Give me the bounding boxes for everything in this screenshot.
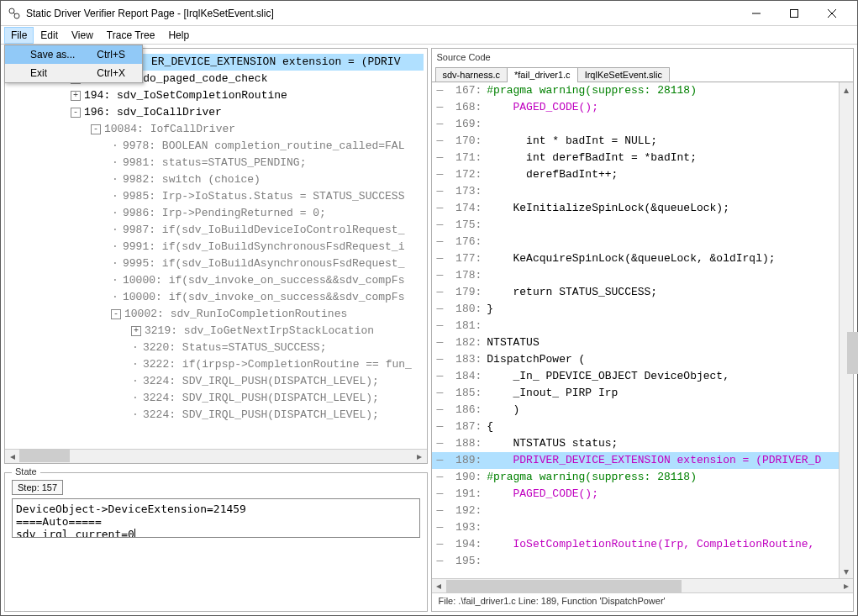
file-dropdown: Save as... Ctrl+S Exit Ctrl+X <box>4 45 143 83</box>
scroll-up-icon[interactable]: ▴ <box>840 82 854 97</box>
source-line[interactable]: —189: PDRIVER_DEVICE_EXTENSION extension… <box>432 452 840 469</box>
source-line[interactable]: —173: <box>432 183 840 200</box>
menu-edit[interactable]: Edit <box>34 27 65 44</box>
source-vscrollbar[interactable]: ▴ ▾ <box>839 82 853 578</box>
source-panel-title: Source Code <box>432 49 854 64</box>
menu-trace-tree[interactable]: Trace Tree <box>100 27 162 44</box>
source-line[interactable]: —182:NTSTATUS <box>432 334 840 351</box>
source-line[interactable]: —180:} <box>432 301 840 318</box>
menu-view[interactable]: View <box>65 27 100 44</box>
trace-line[interactable]: ·3222: if(irpsp->CompletionRoutine == fu… <box>8 356 424 373</box>
trace-line[interactable]: -10084: IofCallDriver <box>8 121 424 138</box>
trace-line[interactable]: ·9987: if(sdv_IoBuildDeviceIoControlRequ… <box>8 222 424 239</box>
gutter-dash-icon: — <box>437 166 444 183</box>
source-line[interactable]: —179: return STATUS_SUCCESS; <box>432 284 840 301</box>
source-line[interactable]: —194: IoSetCompletionRoutine(Irp, Comple… <box>432 536 840 553</box>
tab-fail-driver1[interactable]: *fail_driver1.c <box>507 67 578 82</box>
source-line[interactable]: —184: _In_ PDEVICE_OBJECT DeviceObject, <box>432 368 840 385</box>
source-line[interactable]: —170: int * badInt = NULL; <box>432 133 840 150</box>
tab-irqlkesetevent[interactable]: IrqlKeSetEvent.slic <box>577 67 670 82</box>
scroll-right-icon[interactable]: ▸ <box>413 449 427 463</box>
menu-exit-shortcut: Ctrl+X <box>97 67 125 79</box>
gutter-dash-icon: — <box>437 368 444 385</box>
trace-hscrollbar[interactable]: ◂ ▸ <box>5 449 427 463</box>
source-line[interactable]: —177: KeAcquireSpinLock(&queueLock, &old… <box>432 250 840 267</box>
tree-toggle-icon[interactable]: - <box>91 124 101 134</box>
gutter-dash-icon: — <box>437 284 444 301</box>
source-line[interactable]: —187:{ <box>432 419 840 435</box>
scroll-left-icon[interactable]: ◂ <box>432 579 446 593</box>
gutter-dash-icon: — <box>437 250 444 267</box>
source-line[interactable]: —176: <box>432 234 840 250</box>
trace-line[interactable]: +3219: sdv_IoGetNextIrpStackLocation <box>8 323 424 340</box>
tree-leaf-icon: · <box>111 188 119 205</box>
tree-toggle-icon[interactable]: - <box>71 108 81 118</box>
state-panel-title: State <box>12 466 40 476</box>
trace-line[interactable]: ·9981: status=STATUS_PENDING; <box>8 155 424 171</box>
source-line[interactable]: —181: <box>432 318 840 334</box>
gutter-dash-icon: — <box>437 452 444 469</box>
tree-toggle-icon[interactable]: - <box>111 309 121 319</box>
scroll-down-icon[interactable]: ▾ <box>840 564 854 578</box>
source-line[interactable]: —191: PAGED_CODE(); <box>432 486 840 503</box>
state-text[interactable]: DeviceObject->DeviceExtension=21459 ====… <box>12 498 420 539</box>
gutter-dash-icon: — <box>437 486 444 503</box>
trace-line[interactable]: ·9991: if(sdv_IoBuildSynchronousFsdReque… <box>8 239 424 255</box>
svg-rect-4 <box>790 9 797 17</box>
scroll-left-icon[interactable]: ◂ <box>5 449 19 463</box>
menu-file[interactable]: File <box>4 27 34 44</box>
source-line[interactable]: —192: <box>432 503 840 519</box>
source-line[interactable]: —172: derefBadInt++; <box>432 166 840 183</box>
source-line[interactable]: —167:#pragma warning(suppress: 28118) <box>432 82 840 99</box>
tree-toggle-icon[interactable]: + <box>131 326 141 336</box>
tab-sdv-harness[interactable]: sdv-harness.c <box>435 67 508 82</box>
trace-line[interactable]: ·10000: if(sdv_invoke_on_success&&sdv_co… <box>8 289 424 306</box>
trace-line[interactable]: ·9986: Irp->PendingReturned = 0; <box>8 205 424 222</box>
trace-line[interactable]: ·9995: if(sdv_IoBuildAsynchronousFsdRequ… <box>8 255 424 272</box>
state-panel: State Step: 157 DeviceObject->DeviceExte… <box>4 472 428 612</box>
source-line[interactable]: —169: <box>432 116 840 133</box>
menu-help[interactable]: Help <box>161 27 196 44</box>
source-line[interactable]: —185: _Inout_ PIRP Irp <box>432 385 840 402</box>
source-hscrollbar[interactable]: ◂ ▸ <box>432 578 854 592</box>
source-line[interactable]: —168: PAGED_CODE(); <box>432 99 840 116</box>
menu-save-as-label: Save as... <box>30 49 75 61</box>
menu-exit[interactable]: Exit Ctrl+X <box>5 64 142 82</box>
maximize-button[interactable] <box>775 1 813 25</box>
trace-line[interactable]: -196: sdv_IoCallDriver <box>8 104 424 121</box>
trace-line[interactable]: ·9982: switch (choice) <box>8 171 424 188</box>
source-line[interactable]: —195: <box>432 553 840 570</box>
source-line[interactable]: —190:#pragma warning(suppress: 28118) <box>432 469 840 486</box>
tree-leaf-icon: · <box>111 171 119 188</box>
source-line[interactable]: —174: KeInitializeSpinLock(&queueLock); <box>432 200 840 217</box>
trace-line[interactable]: +194: sdv_IoSetCompletionRoutine <box>8 87 424 104</box>
tree-toggle-icon[interactable]: + <box>71 91 81 101</box>
trace-line[interactable]: -10002: sdv_RunIoCompletionRoutines <box>8 306 424 323</box>
state-step[interactable]: Step: 157 <box>12 480 63 495</box>
trace-line[interactable]: ·3224: SDV_IRQL_PUSH(DISPATCH_LEVEL); <box>8 390 424 407</box>
titlebar[interactable]: Static Driver Verifier Report Page - [Ir… <box>1 1 857 26</box>
tree-leaf-icon: · <box>111 289 119 306</box>
source-line[interactable]: —186: ) <box>432 402 840 419</box>
minimize-button[interactable] <box>737 1 775 25</box>
tree-leaf-icon: · <box>131 356 139 373</box>
source-line[interactable]: —175: <box>432 217 840 234</box>
source-line[interactable]: —188: NTSTATUS status; <box>432 435 840 452</box>
trace-line[interactable]: ·3224: SDV_IRQL_PUSH(DISPATCH_LEVEL); <box>8 373 424 390</box>
close-button[interactable] <box>813 1 850 25</box>
trace-line[interactable]: ·3224: SDV_IRQL_PUSH(DISPATCH_LEVEL); <box>8 407 424 424</box>
source-line[interactable]: —193: <box>432 519 840 536</box>
trace-tree[interactable]: ER_DEVICE_EXTENSION extension = (PDRIV+1… <box>5 49 427 449</box>
menu-save-as[interactable]: Save as... Ctrl+S <box>5 45 142 64</box>
trace-line[interactable]: ·10000: if(sdv_invoke_on_success&&sdv_co… <box>8 272 424 289</box>
trace-line[interactable]: ·3220: Status=STATUS_SUCCESS; <box>8 340 424 356</box>
app-window: Static Driver Verifier Report Page - [Ir… <box>0 0 858 616</box>
trace-line[interactable]: ·9985: Irp->IoStatus.Status = STATUS_SUC… <box>8 188 424 205</box>
source-line[interactable]: —183:DispatchPower ( <box>432 351 840 368</box>
scroll-right-icon[interactable]: ▸ <box>839 579 853 593</box>
tree-leaf-icon: · <box>131 390 139 407</box>
source-line[interactable]: —178: <box>432 267 840 284</box>
source-line[interactable]: —171: int derefBadInt = *badInt; <box>432 150 840 166</box>
trace-line[interactable]: ·9978: BOOLEAN completion_routine_called… <box>8 138 424 155</box>
source-code-view[interactable]: —167:#pragma warning(suppress: 28118)—16… <box>432 82 840 578</box>
